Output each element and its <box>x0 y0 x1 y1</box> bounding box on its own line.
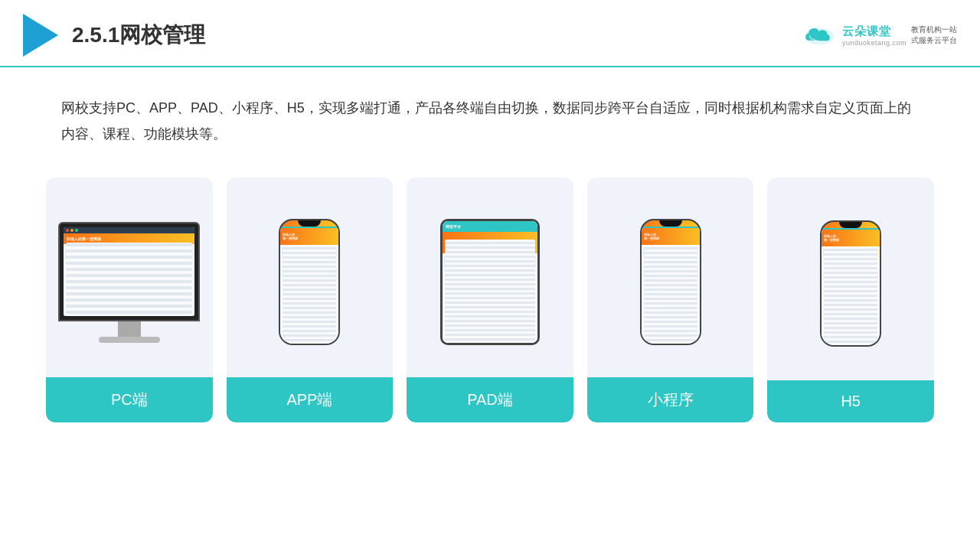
page-title: 2.5.1网校管理 <box>72 21 205 50</box>
logo-triangle-icon <box>23 14 58 57</box>
card-pad-label: PAD端 <box>407 377 573 422</box>
header-left: 2.5.1网校管理 <box>23 14 205 57</box>
card-h5-label: H5 <box>767 380 934 422</box>
header: 2.5.1网校管理 云朵课堂 yunduoketang.com 教育机构一站式服… <box>0 0 980 67</box>
description-text: 网校支持PC、APP、PAD、小程序、H5，实现多端打通，产品各终端自由切换，数… <box>61 95 919 147</box>
card-pc-label: PC端 <box>46 377 213 422</box>
card-h5: 职场人的第一堂网课 <box>767 178 934 422</box>
pad-tablet-icon: 网校平台 职场人的第一堂网课 <box>440 219 540 345</box>
card-miniprogram-label: 小程序 <box>587 377 754 422</box>
card-app-image: 职场人的第一堂网课 <box>227 178 394 377</box>
card-app-label: APP端 <box>227 377 394 422</box>
cloud-icon <box>801 23 838 47</box>
brand-slogan: 教育机构一站式服务云平台 <box>911 24 957 46</box>
brand-logo: 云朵课堂 yunduoketang.com 教育机构一站式服务云平台 <box>801 23 957 47</box>
card-pc: 职场人的第一堂网课 <box>46 178 213 422</box>
brand-text: 云朵课堂 yunduoketang.com <box>842 24 906 47</box>
card-h5-image: 职场人的第一堂网课 <box>767 178 934 380</box>
app-phone-icon: 职场人的第一堂网课 <box>279 219 340 345</box>
pc-monitor-icon: 职场人的第一堂网课 <box>58 222 200 343</box>
card-miniprogram-image: 职场人的第一堂网课 <box>587 178 754 377</box>
cards-container: 职场人的第一堂网课 <box>0 162 980 445</box>
h5-phone-icon: 职场人的第一堂网课 <box>820 220 881 347</box>
description: 网校支持PC、APP、PAD、小程序、H5，实现多端打通，产品各终端自由切换，数… <box>0 67 980 162</box>
card-pad-image: 网校平台 职场人的第一堂网课 <box>407 178 573 377</box>
card-app: 职场人的第一堂网课 <box>227 178 394 422</box>
card-miniprogram: 职场人的第一堂网课 <box>587 178 754 422</box>
brand-name: 云朵课堂 <box>842 24 891 39</box>
brand-url: yunduoketang.com <box>842 39 906 47</box>
card-pc-image: 职场人的第一堂网课 <box>46 178 213 377</box>
miniprogram-phone-icon: 职场人的第一堂网课 <box>640 219 701 345</box>
card-pad: 网校平台 职场人的第一堂网课 <box>407 178 573 422</box>
